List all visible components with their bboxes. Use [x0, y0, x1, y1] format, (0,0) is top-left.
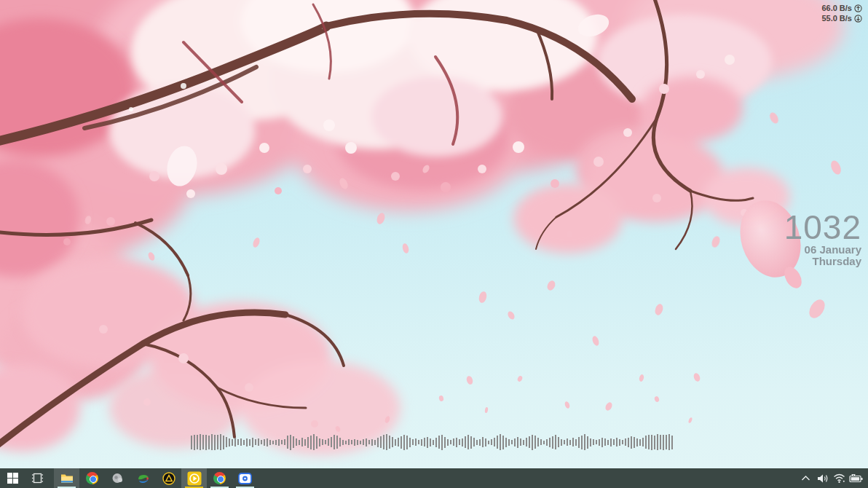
visualizer-bar — [299, 440, 300, 445]
visualizer-bar — [258, 438, 259, 446]
visualizer-bar — [663, 435, 664, 450]
chrome-icon — [213, 472, 226, 484]
taskbar-buttons — [0, 468, 258, 488]
visualizer-bar — [485, 438, 486, 446]
battery-button[interactable] — [848, 468, 864, 488]
visualizer-bar — [345, 441, 347, 444]
visualizer-bar — [197, 435, 198, 449]
visualizer-bar — [645, 436, 647, 449]
visualizer-bar — [596, 440, 597, 444]
media-app-button[interactable] — [232, 468, 258, 488]
visualizer-bar — [430, 438, 431, 446]
visualizer-bar — [435, 438, 437, 447]
visualizer-bar — [491, 439, 492, 445]
visualizer-bar — [505, 438, 507, 447]
visualizer-bar — [558, 437, 559, 447]
upload-speed-row: 66.0 B/s — [821, 3, 862, 13]
visualizer-bar — [398, 438, 399, 446]
visualizer-bar — [494, 438, 495, 446]
visualizer-bar — [532, 435, 533, 450]
hidden-icons-button[interactable] — [797, 468, 814, 488]
visualizer-bar — [310, 436, 312, 449]
visualizer-bar — [668, 434, 670, 450]
file-explorer-button[interactable] — [54, 468, 79, 488]
visualizer-bar — [625, 438, 626, 446]
visualizer-bar — [278, 439, 280, 446]
visualizer-bar — [301, 438, 303, 446]
visualizer-bar — [200, 434, 201, 450]
visualizer-bar — [261, 440, 262, 444]
start-button[interactable] — [0, 468, 25, 488]
visualizer-bar — [584, 434, 585, 450]
visualizer-bar — [307, 437, 309, 448]
download-speed-value: 55.0 B/s — [821, 13, 852, 23]
visualizer-bar — [392, 437, 393, 447]
visualizer-bar — [444, 437, 446, 448]
visualizer-bar — [447, 439, 449, 446]
visualizer-bar — [421, 439, 422, 446]
visualizer-bar — [561, 439, 562, 446]
hidden-icons-chevron-icon — [801, 475, 810, 481]
visualizer-bar — [272, 441, 274, 444]
visualizer-bar — [537, 438, 539, 446]
visualizer-bar — [473, 438, 475, 446]
branch-snow-dot — [181, 83, 186, 89]
visualizer-bar — [628, 438, 629, 447]
visualizer-bar — [205, 435, 207, 450]
visualizer-bar — [549, 438, 551, 447]
visualizer-bar — [590, 438, 591, 446]
windows-logo-icon — [7, 473, 18, 484]
potplayer-button[interactable] — [181, 468, 207, 488]
visualizer-bar — [328, 438, 329, 446]
visualizer-bar — [476, 440, 478, 445]
visualizer-bar — [450, 440, 451, 444]
taskbar-spacer — [258, 468, 797, 488]
visualizer-bar — [514, 438, 516, 446]
visualizer-bar — [467, 435, 469, 449]
visualizer-bar — [348, 439, 350, 445]
visualizer-bar — [389, 436, 390, 449]
system-tray — [797, 468, 868, 488]
volume-button[interactable] — [814, 468, 831, 488]
wifi-button[interactable] — [831, 468, 848, 488]
visualizer-bar — [322, 439, 323, 445]
visualizer-bar — [523, 440, 524, 445]
visualizer-bar — [269, 440, 271, 445]
visualizer-bar — [412, 439, 414, 445]
volume-icon — [817, 473, 829, 484]
visualizer-bar — [465, 436, 466, 448]
visualizer-bar — [252, 438, 253, 447]
visualizer-bar — [497, 436, 498, 449]
visualizer-bar — [636, 438, 638, 446]
gray-app-icon — [111, 472, 124, 484]
visualizer-bar — [470, 436, 472, 449]
taskbar — [0, 468, 868, 488]
visualizer-bar — [607, 440, 609, 445]
visualizer-bar — [229, 438, 230, 446]
visualizer-bar — [374, 440, 376, 445]
idm-button[interactable] — [130, 468, 156, 488]
visualizer-bar — [293, 436, 294, 448]
visualizer-bar — [380, 436, 382, 448]
visualizer-bar — [208, 436, 210, 449]
visualizer-bar — [226, 437, 227, 447]
chrome-button-2[interactable] — [207, 468, 232, 488]
visualizer-bar — [543, 441, 545, 444]
visualizer-bar — [482, 437, 484, 447]
visualizer-bar — [604, 438, 606, 446]
visualizer-bar — [438, 436, 440, 449]
visualizer-bar — [642, 438, 644, 446]
visualizer-bar — [220, 434, 221, 450]
task-view-button[interactable] — [25, 468, 50, 488]
aimp-button[interactable] — [156, 468, 181, 488]
visualizer-bar — [572, 438, 574, 446]
chrome-icon — [86, 472, 98, 484]
folder-icon — [60, 473, 74, 484]
visualizer-bar — [671, 436, 673, 449]
visualizer-bar — [616, 438, 618, 446]
gray-app-button[interactable] — [105, 468, 130, 488]
visualizer-bar — [459, 439, 460, 445]
chrome-button-1[interactable] — [79, 468, 105, 488]
visualizer-bar — [334, 435, 335, 449]
visualizer-bar — [409, 438, 411, 447]
